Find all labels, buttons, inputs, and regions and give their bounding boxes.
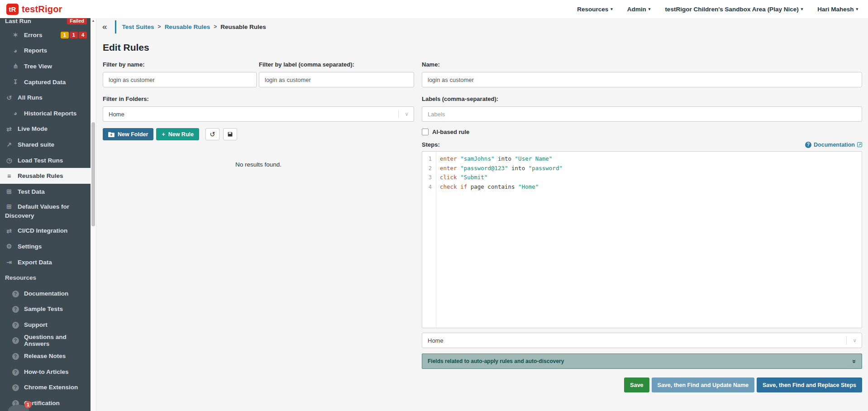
sidebar-item-test-data[interactable]: ⊞Test Data (0, 184, 91, 200)
count-badge: 1 (61, 32, 69, 38)
breadcrumb-row: « Test Suites>Reusable Rules>Reusable Ru… (96, 18, 868, 35)
collapse-sidebar-icon[interactable]: « (100, 22, 109, 32)
testrigor-logo[interactable]: tR testRigor (6, 4, 62, 15)
sidebar-item-label: Test Data (18, 188, 45, 195)
history-icon: ↺ (5, 94, 13, 101)
rule-name-input[interactable] (422, 72, 862, 87)
nav-item-resources[interactable]: Resources▾ (577, 6, 613, 13)
sidebar-item-last-run[interactable]: Last Run Failed (0, 18, 91, 27)
main-content: « Test Suites>Reusable Rules>Reusable Ru… (96, 18, 868, 411)
question-circle-icon: ? (11, 352, 19, 360)
sidebar-item-reports[interactable]: ◕Reports (0, 43, 91, 59)
ai-based-rule-checkbox[interactable] (422, 129, 429, 135)
sidebar-item-how-to-articles[interactable]: ?How-to Articles (0, 364, 91, 380)
sidebar-item-default-values-for-discovery[interactable]: ⊞Default Values for Discovery (0, 200, 91, 223)
rule-labels-label: Labels (comma-separated): (422, 96, 862, 102)
question-circle-icon: ? (11, 305, 19, 313)
documentation-link[interactable]: ? Documentation ↗ (805, 142, 862, 148)
share-icon: ↗ (5, 141, 13, 148)
sidebar-item-release-notes[interactable]: ?Release Notes (0, 348, 91, 364)
list-icon: ≡ (5, 172, 13, 180)
top-nav: Resources▾Admin▾testRigor Children's San… (577, 6, 858, 13)
floppy-disk-icon (227, 131, 233, 137)
sidebar-item-documentation[interactable]: ?Documentation (0, 286, 91, 301)
nav-item-admin[interactable]: Admin▾ (627, 6, 651, 13)
error-badges: 114 (61, 32, 87, 38)
table-icon: ⊞ (5, 202, 13, 211)
sidebar-item-label: Chrome Extension (24, 384, 78, 391)
rule-folder-value: Home (428, 337, 444, 344)
sidebar-item-errors[interactable]: ✶Errors114 (0, 27, 91, 43)
pie-chart-icon: ◕ (11, 110, 19, 117)
new-rule-button[interactable]: + New Rule (156, 128, 199, 140)
save-then-find-and-replace-steps-button[interactable]: Save, then Find and Replace Steps (757, 378, 862, 392)
breadcrumb-reusable-rules-1[interactable]: Reusable Rules (165, 24, 210, 30)
logo-icon: tR (6, 4, 19, 15)
sidebar-item-reusable-rules[interactable]: ≡Reusable Rules (0, 168, 91, 184)
save-then-find-and-update-name-button[interactable]: Save, then Find and Update Name (652, 378, 754, 392)
steps-code-editor[interactable]: 1enter "samJohns" into "User Name"2enter… (422, 151, 862, 328)
sidebar-item-label: Reusable Rules (18, 172, 63, 179)
no-results-text: No results found. (103, 161, 414, 168)
rule-name-label: Name: (422, 61, 862, 68)
sidebar-item-label: Settings (18, 243, 42, 250)
bug-icon: ✶ (11, 31, 19, 38)
nav-item-label: Resources (577, 6, 608, 13)
sidebar-item-label: Tree View (24, 63, 52, 70)
nav-item-testrigor-children-s-sandbox-area-play-nice[interactable]: testRigor Children's Sandbox Area (Play … (665, 6, 803, 13)
page-title: Edit Rules (103, 42, 868, 53)
breadcrumb: Test Suites>Reusable Rules>Reusable Rule… (122, 24, 266, 30)
filter-by-name-input[interactable] (103, 72, 257, 87)
sidebar-item-questions-and-answers[interactable]: ?Questions and Answers (0, 333, 91, 349)
code-text: enter "password@123" into "password" (436, 164, 563, 173)
filter-folders-select[interactable]: Home ∨ (103, 106, 414, 122)
sidebar-item-label: Default Values for Discovery (5, 203, 69, 219)
sidebar-item-export-data[interactable]: ⇥Export Data (0, 254, 91, 270)
new-folder-button[interactable]: New Folder (103, 128, 153, 140)
auto-apply-collapse-bar[interactable]: Fields related to auto-apply rules and a… (422, 354, 862, 369)
sidebar-item-label: How-to Articles (24, 368, 69, 375)
sidebar-item-shared-suite[interactable]: ↗Shared suite (0, 137, 91, 153)
sidebar-item-tree-view[interactable]: ⋔Tree View (0, 58, 91, 74)
undo-button[interactable]: ↺ (205, 128, 219, 140)
sidebar-item-load-test-runs[interactable]: ◷Load Test Runs (0, 153, 91, 168)
app: tR testRigor Resources▾Admin▾testRigor C… (0, 0, 868, 411)
sidebar-item-captured-data[interactable]: ↧Captured Data (0, 74, 91, 90)
sidebar-item-label: Historical Reports (24, 110, 76, 117)
external-link-icon: ↗ (857, 142, 862, 147)
sidebar-item-support[interactable]: ?Support (0, 317, 91, 333)
filter-by-label-input[interactable] (259, 72, 414, 87)
sidebar-item-settings[interactable]: ⚙Settings (0, 239, 91, 254)
pie-chart-icon: ◕ (11, 47, 19, 54)
sidebar-section-resources: Resources (0, 270, 91, 286)
sidebar-item-label: Support (24, 321, 48, 328)
sidebar-item-label: Load Test Runs (18, 157, 63, 164)
sidebar-item-chrome-extension[interactable]: ?Chrome Extension (0, 379, 91, 395)
top-header: tR testRigor Resources▾Admin▾testRigor C… (0, 0, 868, 18)
save-list-button[interactable] (223, 128, 237, 140)
sidebar-scrollbar[interactable]: ▲ (91, 18, 96, 411)
save-button[interactable]: Save (624, 378, 649, 392)
nav-item-label: Admin (627, 6, 646, 13)
new-folder-label: New Folder (118, 131, 148, 138)
rule-folder-select[interactable]: Home ∨ (422, 333, 862, 348)
plus-icon: + (162, 131, 165, 138)
sidebar-item-all-runs[interactable]: ↺All Runs (0, 90, 91, 105)
export-icon: ⇥ (5, 258, 13, 266)
question-circle-icon: ? (805, 142, 811, 148)
sidebar-item-sample-tests[interactable]: ?Sample Tests (0, 301, 91, 317)
breadcrumb-reusable-rules-2: Reusable Rules (220, 24, 266, 30)
rule-labels-input[interactable] (422, 106, 862, 122)
line-number: 4 (422, 182, 436, 192)
last-run-failed-badge: Failed (67, 18, 87, 24)
sidebar-item-label: Reports (24, 47, 47, 54)
sidebar-item-live-mode[interactable]: ⇄Live Mode (0, 121, 91, 137)
sidebar-item-historical-reports[interactable]: ◕Historical Reports (0, 105, 91, 121)
scrollbar-thumb[interactable] (91, 122, 95, 226)
sidebar-item-ci-cd-integration[interactable]: ⇄CI/CD Integration (0, 223, 91, 239)
breadcrumb-test-suites-0[interactable]: Test Suites (122, 24, 154, 30)
code-line: 2enter "password@123" into "password" (422, 164, 862, 173)
sidebar-item-label: Export Data (18, 259, 52, 266)
scrollbar-up-arrow-icon[interactable]: ▲ (91, 19, 96, 22)
nav-item-hari-mahesh[interactable]: Hari Mahesh▾ (817, 6, 858, 13)
